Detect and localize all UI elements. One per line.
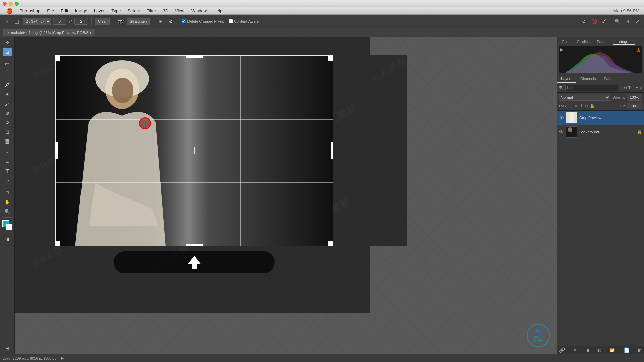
menu-file[interactable]: File — [44, 8, 57, 14]
add-layer-icon[interactable]: 📄 — [624, 347, 629, 353]
menu-image[interactable]: Image — [72, 8, 91, 14]
layers-tab-layers[interactable]: Layers — [557, 75, 576, 83]
fill-input[interactable] — [627, 103, 642, 109]
menu-layer[interactable]: Layer — [91, 8, 108, 14]
layers-tab-paths[interactable]: Paths — [600, 75, 618, 83]
patterns-tab[interactable]: Patter... — [594, 39, 612, 45]
lock-artboard-icon[interactable]: □ — [585, 104, 588, 108]
height-input[interactable] — [74, 18, 88, 25]
layer-visibility-eye-1[interactable]: 👁 — [559, 115, 564, 120]
crop-handle-top-left[interactable] — [55, 55, 60, 61]
delete-layer-icon[interactable]: 🗑 — [637, 347, 642, 353]
text-tool[interactable]: T — [3, 167, 12, 176]
gradient-tab[interactable]: Gradie... — [574, 39, 593, 45]
confirm-crop-icon[interactable]: ✓ — [600, 17, 608, 25]
menu-edit[interactable]: Edit — [57, 8, 71, 14]
add-adjustment-icon[interactable]: ◐ — [597, 347, 601, 353]
menu-select[interactable]: Select — [124, 8, 143, 14]
close-button[interactable] — [3, 2, 7, 6]
delete-cropped-label[interactable]: Delete Cropped Pixels — [182, 19, 224, 23]
content-aware-label[interactable]: Content-Aware — [229, 19, 259, 23]
expand-icon[interactable]: ⤢ — [633, 17, 641, 25]
traffic-lights[interactable] — [3, 2, 19, 6]
lock-pixels-icon[interactable]: ✏ — [575, 104, 578, 108]
opacity-input[interactable] — [627, 94, 642, 101]
settings-icon[interactable]: ⚙ — [167, 17, 175, 25]
marquee-tool[interactable]: ▭ — [3, 59, 12, 68]
grid-overlay-icon[interactable]: ⊞ — [157, 17, 165, 25]
hand-tool[interactable]: ✋ — [3, 198, 12, 206]
lock-all-icon[interactable]: 🔒 — [590, 104, 595, 108]
color-swatches[interactable] — [2, 220, 12, 230]
zoom-tool[interactable]: 🔍 — [3, 207, 12, 216]
pen-tool[interactable]: ✒ — [3, 158, 12, 167]
lock-position-icon[interactable]: ✛ — [580, 104, 583, 108]
menu-3d[interactable]: 3D — [159, 8, 172, 14]
swap-dimensions-icon[interactable]: ⇄ — [68, 19, 72, 24]
menu-window[interactable]: Window — [188, 8, 210, 14]
crop-tool[interactable]: ⊡ — [3, 48, 12, 56]
panels-icon[interactable]: ⊡ — [623, 17, 631, 25]
crop-handle-bottom[interactable] — [186, 244, 203, 246]
crop-container[interactable] — [55, 55, 333, 246]
lasso-tool[interactable]: ⌒ — [3, 69, 12, 77]
blend-mode-select[interactable]: Normal — [559, 94, 610, 101]
menu-view[interactable]: View — [172, 8, 188, 14]
add-group-icon[interactable]: 📁 — [609, 347, 615, 353]
straighten-button[interactable]: Straighten — [127, 18, 150, 25]
add-style-icon[interactable]: ✦ — [573, 347, 577, 353]
history-brush-tool[interactable]: ↺ — [3, 118, 12, 127]
layers-filter-smart-icon[interactable]: ✦ — [635, 86, 638, 90]
camera-icon[interactable]: 📷 — [117, 17, 125, 25]
commit-transform-button[interactable] — [114, 251, 275, 273]
crop-handle-right[interactable] — [331, 142, 333, 159]
screen-mode-icon[interactable]: ⊟ — [3, 344, 12, 353]
aspect-ratio-select[interactable]: 2 : 3 (4 : 6) — [23, 18, 51, 25]
status-expand-arrow[interactable]: ▶ — [61, 356, 64, 360]
home-icon[interactable]: ⌂ — [3, 17, 11, 25]
canvas-area[interactable]: RRCG 人人素材 RRCG 人人素材 人人素材 RRCG 人人素材 RRCG … — [15, 37, 557, 354]
crop-handle-top[interactable] — [186, 55, 203, 58]
apple-menu[interactable]: 🍎 — [3, 8, 16, 14]
menu-type[interactable]: Type — [108, 8, 124, 14]
layer-background[interactable]: 👁 Background 🔒 — [557, 125, 644, 139]
shape-tool[interactable]: □ — [3, 188, 12, 197]
layers-filter-toggle[interactable]: ○ — [640, 86, 642, 90]
search-icon[interactable]: 🔍 — [613, 17, 621, 25]
zoom-button[interactable] — [15, 2, 19, 6]
crop-tool-icon[interactable]: ⬚ — [13, 17, 21, 25]
layer-crop-preview[interactable]: 👁 Crop Preview — [557, 111, 644, 125]
healing-tool[interactable]: ✦ — [3, 90, 12, 99]
width-input[interactable] — [53, 18, 66, 25]
undo-icon[interactable]: ↺ — [580, 17, 588, 25]
content-aware-checkbox[interactable] — [229, 19, 233, 23]
layers-filter-adjust-icon[interactable]: ⊘ — [624, 86, 627, 90]
move-tool[interactable]: ✛ — [3, 38, 12, 47]
clear-button[interactable]: Clear — [95, 18, 110, 25]
stamp-tool[interactable]: ⊕ — [3, 109, 12, 117]
dodge-tool[interactable]: ○ — [3, 148, 12, 157]
path-selection-tool[interactable]: ↗ — [3, 177, 12, 185]
link-layers-icon[interactable]: 🔗 — [559, 347, 565, 353]
histogram-tab[interactable]: Histogram — [613, 39, 635, 45]
minimize-button[interactable] — [9, 2, 13, 6]
layers-filter-shape-icon[interactable]: □ — [632, 86, 634, 90]
menu-filter[interactable]: Filter — [143, 8, 160, 14]
gradient-tool[interactable]: ▓ — [3, 137, 12, 145]
document-tab[interactable]: ✕ mahalet~41.dng @ 25% (Crop Preview, RG… — [3, 29, 95, 36]
layers-tab-channels[interactable]: Channels — [576, 75, 600, 83]
crop-box[interactable] — [55, 55, 333, 246]
crop-handle-left[interactable] — [55, 142, 58, 159]
lock-transparent-icon[interactable]: ⊡ — [569, 104, 573, 108]
cancel-crop-icon[interactable]: 🚫 — [590, 17, 598, 25]
background-color[interactable] — [6, 224, 12, 230]
color-tab[interactable]: Color — [559, 39, 573, 45]
brush-tool[interactable]: 🖌 — [3, 99, 12, 108]
menu-help[interactable]: Help — [210, 8, 226, 14]
add-mask-icon[interactable]: ◑ — [585, 347, 589, 353]
crop-handle-top-right[interactable] — [328, 55, 333, 61]
delete-cropped-checkbox[interactable] — [182, 19, 186, 23]
tab-close-icon[interactable]: ✕ — [7, 31, 10, 34]
layer-search-input[interactable] — [565, 85, 618, 91]
eyedropper-tool[interactable]: 💉 — [3, 80, 12, 89]
